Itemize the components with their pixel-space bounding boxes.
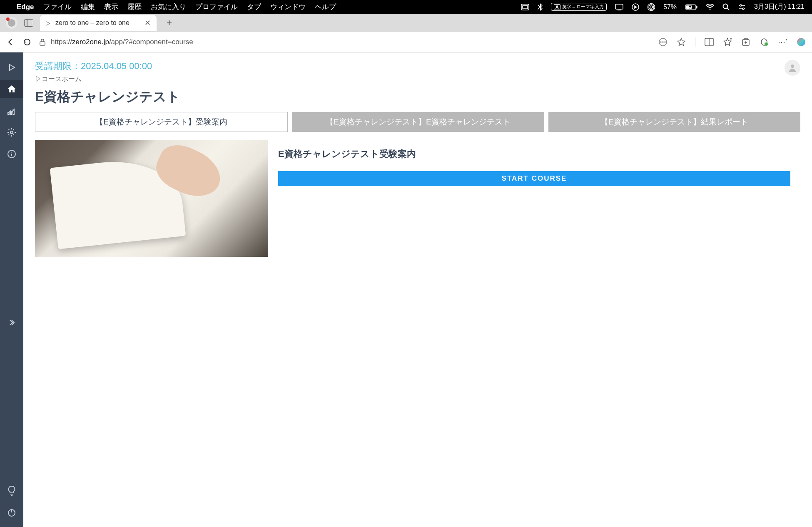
macos-menubar: Edge ファイル 編集 表示 履歴 お気に入り プロファイル タブ ウィンドウ… <box>0 0 812 14</box>
start-course-button[interactable]: START COURSE <box>278 171 790 186</box>
menu-file[interactable]: ファイル <box>43 2 72 12</box>
course-thumbnail <box>35 140 268 257</box>
url-text: https://zero2one.jp/app/?#component=cour… <box>51 38 193 46</box>
svg-point-14 <box>740 5 742 6</box>
spotlight-icon[interactable] <box>722 3 730 11</box>
browser-sidebar-toggle-icon[interactable] <box>24 19 33 27</box>
bluetooth-icon[interactable] <box>538 3 543 11</box>
sidebar-item-hint[interactable] <box>0 482 23 500</box>
menu-tab[interactable]: タブ <box>247 2 261 12</box>
course-tabs: 【E資格チャレンジテスト】受験案内 【E資格チャレンジテスト】E資格チャレンジテ… <box>35 112 800 132</box>
deadline-text: 受講期限：2025.04.05 00:00 <box>35 60 800 72</box>
ime-label: 英字 – ローマ字入力 <box>562 4 604 10</box>
svg-point-30 <box>797 38 805 46</box>
sidebar-item-analytics[interactable] <box>0 102 23 120</box>
tab-favicon-icon: ▷ <box>46 20 50 26</box>
collections-icon[interactable] <box>741 37 750 47</box>
course-subtitle: E資格チャレンジテスト受験案内 <box>278 148 790 160</box>
menu-profile[interactable]: プロファイル <box>195 2 238 12</box>
new-tab-button[interactable]: + <box>163 17 175 28</box>
shopping-icon[interactable] <box>760 37 769 47</box>
svg-point-16 <box>742 8 744 10</box>
sidebar-item-power[interactable] <box>0 503 23 522</box>
svg-rect-2 <box>615 4 623 9</box>
browser-address-row: https://zero2one.jp/app/?#component=cour… <box>0 32 812 52</box>
nav-back-button[interactable] <box>6 37 15 47</box>
address-bar[interactable]: https://zero2one.jp/app/?#component=cour… <box>39 38 651 46</box>
course-tab-guide[interactable]: 【E資格チャレンジテスト】受験案内 <box>35 112 288 132</box>
airdrop-icon[interactable] <box>648 3 655 11</box>
menu-view[interactable]: 表示 <box>104 2 118 12</box>
menubar-datetime[interactable]: 3月3日(月) 11:21 <box>754 2 805 11</box>
sidebar-item-settings[interactable] <box>0 123 23 142</box>
svg-rect-17 <box>40 42 45 45</box>
copilot-icon[interactable] <box>796 37 806 47</box>
tab-close-icon[interactable]: ✕ <box>144 18 151 27</box>
menubar-app-name[interactable]: Edge <box>17 3 34 11</box>
nav-reload-button[interactable] <box>22 37 32 47</box>
battery-percent: 57% <box>663 3 677 11</box>
lock-icon <box>39 38 46 46</box>
course-panel: E資格チャレンジテスト受験案内 START COURSE <box>35 140 800 257</box>
svg-point-42 <box>791 65 794 68</box>
svg-point-21 <box>665 42 665 42</box>
sidebar-item-info[interactable] <box>0 145 23 163</box>
user-avatar[interactable] <box>785 60 800 76</box>
main-content: 受講期限：2025.04.05 00:00 ▷コースホーム E資格チャレンジテス… <box>23 52 812 527</box>
course-tab-test[interactable]: 【E資格チャレンジテスト】E資格チャレンジテスト <box>292 112 544 132</box>
screen-mirror-icon[interactable] <box>615 4 623 10</box>
svg-line-12 <box>727 8 729 10</box>
more-menu-icon[interactable]: ⋯• <box>778 37 787 47</box>
svg-point-34 <box>10 131 13 134</box>
browser-chrome: ▷ zero to one – zero to one ✕ + https://… <box>0 14 812 52</box>
sidebar-item-expand[interactable] <box>0 313 23 332</box>
svg-point-6 <box>649 5 654 10</box>
svg-point-29 <box>765 42 768 46</box>
page-title: E資格チャレンジテスト <box>35 88 800 106</box>
stage-manager-icon[interactable] <box>521 4 529 10</box>
browser-tab-row: ▷ zero to one – zero to one ✕ + <box>0 14 812 32</box>
svg-rect-1 <box>523 5 528 9</box>
svg-point-20 <box>663 42 663 42</box>
svg-rect-9 <box>696 6 697 8</box>
sidebar-item-home[interactable] <box>0 80 23 98</box>
svg-point-11 <box>723 4 728 8</box>
favorites-bar-icon[interactable] <box>723 37 732 47</box>
menu-history[interactable]: 履歴 <box>127 2 142 12</box>
svg-point-5 <box>650 6 653 8</box>
menu-favorites[interactable]: お気に入り <box>151 2 186 12</box>
app-sidebar <box>0 52 23 527</box>
svg-point-19 <box>660 42 661 42</box>
svg-rect-31 <box>8 112 9 114</box>
wifi-icon[interactable] <box>706 4 714 10</box>
menubar-left: Edge ファイル 編集 表示 履歴 お気に入り プロファイル タブ ウィンドウ… <box>7 2 336 12</box>
course-info: E資格チャレンジテスト受験案内 START COURSE <box>268 140 800 257</box>
course-tab-report[interactable]: 【E資格チャレンジテスト】結果レポート <box>548 112 800 132</box>
menu-window[interactable]: ウィンドウ <box>270 2 306 12</box>
menu-edit[interactable]: 編集 <box>81 2 95 12</box>
split-screen-icon[interactable] <box>705 38 714 46</box>
page-info-icon[interactable] <box>658 37 668 47</box>
menubar-right: A 英字 – ローマ字入力 57% 3月3日(月) 11:21 <box>521 2 805 11</box>
tab-title: zero to one – zero to one <box>55 19 130 27</box>
address-actions: ⋯• <box>658 37 806 47</box>
browser-tab[interactable]: ▷ zero to one – zero to one ✕ <box>40 15 157 31</box>
app-body: 受講期限：2025.04.05 00:00 ▷コースホーム E資格チャレンジテス… <box>0 52 812 527</box>
menu-help[interactable]: ヘルプ <box>315 2 336 12</box>
favorite-star-icon[interactable] <box>677 37 686 47</box>
ime-indicator[interactable]: A 英字 – ローマ字入力 <box>551 3 607 11</box>
browser-profile-button[interactable] <box>6 17 17 29</box>
battery-icon[interactable] <box>685 4 697 10</box>
control-center-icon[interactable] <box>738 4 746 10</box>
breadcrumb[interactable]: ▷コースホーム <box>35 75 800 84</box>
now-playing-icon[interactable] <box>632 3 639 11</box>
sidebar-item-play[interactable] <box>0 58 23 77</box>
